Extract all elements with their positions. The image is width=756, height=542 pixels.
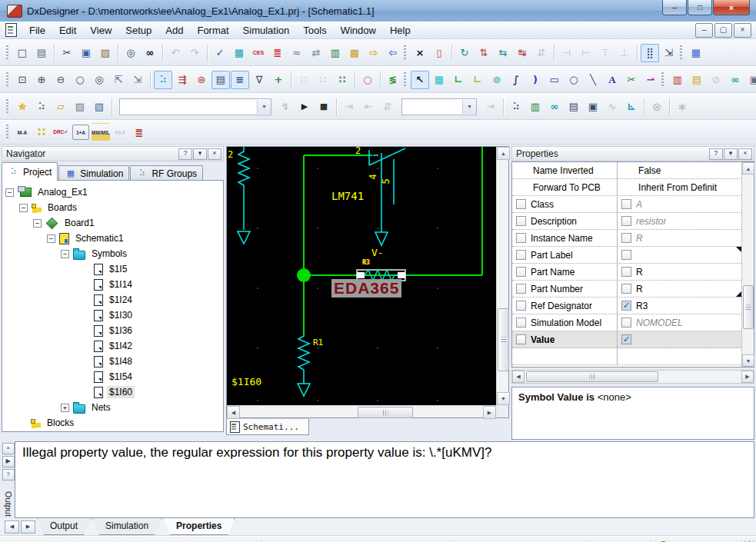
layer-config-icon[interactable]: ≣ xyxy=(130,123,148,141)
property-row[interactable]: Simulation Model NOMODEL xyxy=(512,314,741,331)
tree-item[interactable]: $1I36 xyxy=(2,323,223,338)
menu-add[interactable]: Add xyxy=(158,22,190,38)
tree-item[interactable]: Schematic1 xyxy=(2,231,223,246)
zoom-area-icon[interactable]: ◎ xyxy=(90,71,108,89)
stretch-icon[interactable]: ↹ xyxy=(513,44,531,62)
signal-levels-icon[interactable]: ≣ xyxy=(268,44,287,62)
tab-output[interactable]: Output xyxy=(37,518,91,535)
checkbox[interactable] xyxy=(516,199,526,209)
sim-doc-icon[interactable]: ▤ xyxy=(565,98,583,116)
stop-simulation-icon[interactable]: ■ xyxy=(315,98,333,116)
checkbox[interactable] xyxy=(516,250,526,260)
mdi-close-button[interactable]: × xyxy=(734,23,751,38)
toolbar-grip[interactable] xyxy=(6,125,8,140)
tree-item[interactable]: Blocks xyxy=(2,415,223,431)
menu-view[interactable]: View xyxy=(83,22,118,38)
crossprobe-back-icon[interactable]: ∷ xyxy=(314,71,332,89)
tree-item[interactable]: Nets xyxy=(2,400,223,415)
delete-icon[interactable]: × xyxy=(411,44,429,62)
units-icon[interactable]: MM/MIL xyxy=(92,123,110,141)
library-icon[interactable]: ▥ xyxy=(326,44,345,62)
checkbox-checked[interactable] xyxy=(621,334,631,344)
part-lister-icon[interactable]: ▥ xyxy=(668,71,687,89)
toolbar-grip[interactable] xyxy=(6,72,8,88)
net-name-icon[interactable]: ⊚ xyxy=(488,71,506,89)
backannotate-icon[interactable]: M-A xyxy=(13,123,32,141)
arc-icon[interactable]: ) xyxy=(526,71,545,89)
properties-header[interactable]: Properties ? ▾ × xyxy=(511,146,754,161)
collapse-icon[interactable] xyxy=(19,204,28,212)
properties-horizontal-scrollbar[interactable]: ◀ ▶ xyxy=(511,370,754,384)
zoom-out-icon[interactable]: ⊖ xyxy=(52,71,70,89)
maximize-button[interactable]: □ xyxy=(688,0,712,15)
tree-item[interactable]: $1I54 xyxy=(2,369,223,384)
copy-sheet-icon[interactable]: ▨ xyxy=(71,98,89,116)
flip-horizontal-icon[interactable]: ⇆ xyxy=(494,44,512,62)
menu-window[interactable]: Window xyxy=(334,22,383,38)
run-simulation-icon[interactable]: ▶ xyxy=(295,98,314,116)
disabled-tool-icon[interactable]: ⊘ xyxy=(707,71,725,89)
close-button[interactable]: × xyxy=(713,0,750,15)
sheets-icon[interactable]: ▧ xyxy=(90,98,108,116)
scroll-down-icon[interactable]: ▼ xyxy=(742,354,754,367)
checkbox-checked[interactable] xyxy=(621,301,631,311)
scroll-up-icon[interactable]: ▲ xyxy=(742,162,754,175)
select-tool-icon[interactable]: ↖ xyxy=(411,71,429,89)
add-bus-icon[interactable]: ∟ xyxy=(468,71,487,89)
world-view-icon[interactable]: ⊛ xyxy=(192,71,211,89)
zoom-icon[interactable]: ○ xyxy=(71,71,89,89)
zoom-in-icon[interactable]: ⊕ xyxy=(32,71,51,89)
rip-net-icon[interactable]: ✂ xyxy=(622,71,641,89)
checkbox[interactable] xyxy=(516,301,526,311)
tree-item[interactable]: Boards xyxy=(2,200,223,215)
schematic-canvas[interactable]: 2 2 4 5 LM741 V- R1 $1I60 R3 EDA365 xyxy=(227,147,496,405)
collapse-icon[interactable] xyxy=(33,219,42,228)
property-row[interactable]: Instance Name R xyxy=(512,230,741,247)
properties-toggle-icon[interactable]: ▤ xyxy=(211,71,230,89)
property-value[interactable]: NOMODEL xyxy=(636,318,683,328)
find-replace-icon[interactable]: ◎ xyxy=(122,44,140,62)
scroll-left-icon[interactable]: ◀ xyxy=(512,371,525,383)
tab-scroll-right-icon[interactable]: ▶ xyxy=(21,520,35,534)
property-row[interactable]: Part Label xyxy=(512,247,741,264)
property-value[interactable]: R xyxy=(636,284,643,294)
pin-icon[interactable]: ▾ xyxy=(724,148,738,160)
scrollbar-thumb[interactable] xyxy=(358,407,413,418)
align-right-icon[interactable]: ⊢ xyxy=(577,44,595,62)
step-over-icon[interactable]: ⇥ xyxy=(340,98,358,116)
align-left-icon[interactable]: ⊣ xyxy=(558,44,576,62)
menu-simulation[interactable]: Simulation xyxy=(236,22,297,38)
property-row-selected[interactable]: Value xyxy=(512,331,741,348)
navigator-header[interactable]: Navigator ? ▾ × xyxy=(2,146,224,161)
probe-icon[interactable]: ⊾ xyxy=(622,98,641,116)
tab-properties[interactable]: Properties xyxy=(163,518,235,535)
hierarchy-doc-icon[interactable]: ▤ xyxy=(688,71,706,89)
property-value[interactable]: Inherit From Definit xyxy=(638,182,717,193)
tree-item[interactable]: $1I14 xyxy=(2,277,223,292)
property-value[interactable]: R xyxy=(636,267,643,278)
tab-simulation-output[interactable]: Simulation xyxy=(92,518,162,535)
crossprobe-icon[interactable]: ∷ xyxy=(295,71,313,89)
toolbar-grip[interactable] xyxy=(6,99,8,115)
checkbox[interactable] xyxy=(621,199,631,209)
scroll-left-icon[interactable]: ◀ xyxy=(227,406,240,419)
edit-part-icon[interactable]: ▯ xyxy=(430,44,448,62)
verify-icon[interactable]: ✓ xyxy=(211,44,229,62)
push-icon[interactable]: ⇨ xyxy=(365,44,383,62)
scrollbar-thumb[interactable] xyxy=(498,308,509,371)
topology-icon[interactable]: ∷ xyxy=(333,71,351,89)
scrollbar-thumb[interactable] xyxy=(743,285,754,329)
checkbox[interactable] xyxy=(621,216,631,226)
undo-icon[interactable]: ↶ xyxy=(166,44,185,62)
property-value[interactable]: False xyxy=(638,165,661,176)
tree-item[interactable]: $1I24 xyxy=(2,292,223,308)
tab-rf-groups[interactable]: ⠵ RF Groups xyxy=(130,165,203,181)
checkbox[interactable] xyxy=(621,250,631,260)
tab-scroll-left-icon[interactable]: ◀ xyxy=(5,520,19,534)
print-icon[interactable]: ▤ xyxy=(32,44,51,62)
scroll-right-icon[interactable]: ▶ xyxy=(483,406,496,419)
open-block-icon[interactable]: ▱ xyxy=(52,98,70,116)
tolerance-icon[interactable]: F0.9 xyxy=(111,123,129,141)
pop-icon[interactable]: ⇦ xyxy=(384,44,402,62)
favorites-icon[interactable]: ★ xyxy=(13,98,32,116)
